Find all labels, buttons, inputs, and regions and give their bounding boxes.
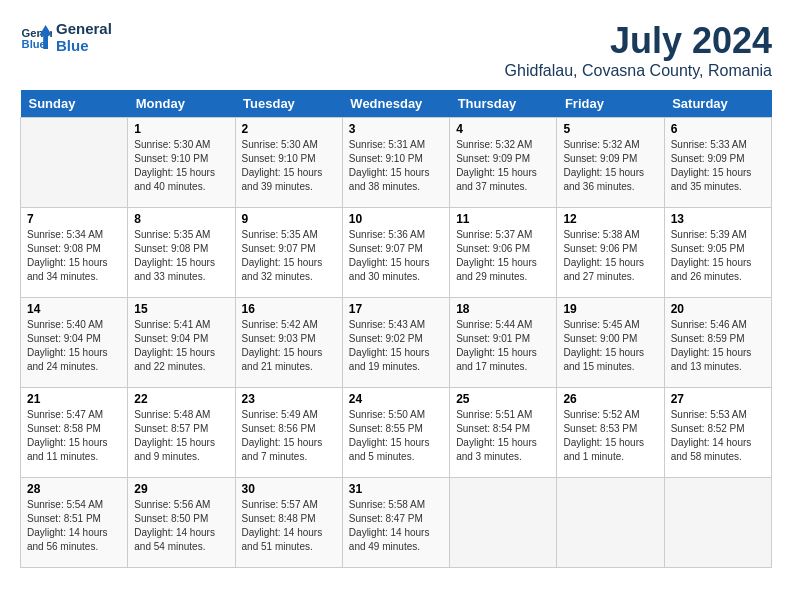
day-info: Sunrise: 5:54 AM Sunset: 8:51 PM Dayligh…: [27, 498, 121, 554]
calendar-cell: [557, 478, 664, 568]
calendar-cell: 15Sunrise: 5:41 AM Sunset: 9:04 PM Dayli…: [128, 298, 235, 388]
calendar-cell: 23Sunrise: 5:49 AM Sunset: 8:56 PM Dayli…: [235, 388, 342, 478]
day-number: 12: [563, 212, 657, 226]
day-number: 10: [349, 212, 443, 226]
day-number: 13: [671, 212, 765, 226]
day-number: 30: [242, 482, 336, 496]
calendar-cell: 28Sunrise: 5:54 AM Sunset: 8:51 PM Dayli…: [21, 478, 128, 568]
calendar-cell: 8Sunrise: 5:35 AM Sunset: 9:08 PM Daylig…: [128, 208, 235, 298]
day-number: 28: [27, 482, 121, 496]
day-number: 31: [349, 482, 443, 496]
day-info: Sunrise: 5:34 AM Sunset: 9:08 PM Dayligh…: [27, 228, 121, 284]
calendar-cell: 12Sunrise: 5:38 AM Sunset: 9:06 PM Dayli…: [557, 208, 664, 298]
day-number: 5: [563, 122, 657, 136]
logo: General Blue General Blue: [20, 20, 112, 54]
calendar-cell: 24Sunrise: 5:50 AM Sunset: 8:55 PM Dayli…: [342, 388, 449, 478]
day-info: Sunrise: 5:58 AM Sunset: 8:47 PM Dayligh…: [349, 498, 443, 554]
calendar-cell: 31Sunrise: 5:58 AM Sunset: 8:47 PM Dayli…: [342, 478, 449, 568]
week-row-4: 21Sunrise: 5:47 AM Sunset: 8:58 PM Dayli…: [21, 388, 772, 478]
day-number: 11: [456, 212, 550, 226]
calendar-cell: 2Sunrise: 5:30 AM Sunset: 9:10 PM Daylig…: [235, 118, 342, 208]
day-info: Sunrise: 5:53 AM Sunset: 8:52 PM Dayligh…: [671, 408, 765, 464]
calendar-cell: 3Sunrise: 5:31 AM Sunset: 9:10 PM Daylig…: [342, 118, 449, 208]
calendar-cell: 17Sunrise: 5:43 AM Sunset: 9:02 PM Dayli…: [342, 298, 449, 388]
calendar-cell: 10Sunrise: 5:36 AM Sunset: 9:07 PM Dayli…: [342, 208, 449, 298]
day-info: Sunrise: 5:44 AM Sunset: 9:01 PM Dayligh…: [456, 318, 550, 374]
day-info: Sunrise: 5:51 AM Sunset: 8:54 PM Dayligh…: [456, 408, 550, 464]
day-number: 29: [134, 482, 228, 496]
day-info: Sunrise: 5:38 AM Sunset: 9:06 PM Dayligh…: [563, 228, 657, 284]
day-info: Sunrise: 5:42 AM Sunset: 9:03 PM Dayligh…: [242, 318, 336, 374]
calendar-cell: 18Sunrise: 5:44 AM Sunset: 9:01 PM Dayli…: [450, 298, 557, 388]
calendar-cell: 22Sunrise: 5:48 AM Sunset: 8:57 PM Dayli…: [128, 388, 235, 478]
week-row-5: 28Sunrise: 5:54 AM Sunset: 8:51 PM Dayli…: [21, 478, 772, 568]
calendar-cell: 19Sunrise: 5:45 AM Sunset: 9:00 PM Dayli…: [557, 298, 664, 388]
header-friday: Friday: [557, 90, 664, 118]
day-number: 17: [349, 302, 443, 316]
calendar-cell: 13Sunrise: 5:39 AM Sunset: 9:05 PM Dayli…: [664, 208, 771, 298]
header-wednesday: Wednesday: [342, 90, 449, 118]
day-info: Sunrise: 5:30 AM Sunset: 9:10 PM Dayligh…: [134, 138, 228, 194]
calendar-cell: [21, 118, 128, 208]
header-saturday: Saturday: [664, 90, 771, 118]
week-row-2: 7Sunrise: 5:34 AM Sunset: 9:08 PM Daylig…: [21, 208, 772, 298]
calendar-cell: 9Sunrise: 5:35 AM Sunset: 9:07 PM Daylig…: [235, 208, 342, 298]
day-info: Sunrise: 5:36 AM Sunset: 9:07 PM Dayligh…: [349, 228, 443, 284]
day-info: Sunrise: 5:57 AM Sunset: 8:48 PM Dayligh…: [242, 498, 336, 554]
day-number: 3: [349, 122, 443, 136]
header-thursday: Thursday: [450, 90, 557, 118]
header-tuesday: Tuesday: [235, 90, 342, 118]
day-number: 2: [242, 122, 336, 136]
day-number: 6: [671, 122, 765, 136]
header-sunday: Sunday: [21, 90, 128, 118]
calendar-cell: 25Sunrise: 5:51 AM Sunset: 8:54 PM Dayli…: [450, 388, 557, 478]
day-info: Sunrise: 5:47 AM Sunset: 8:58 PM Dayligh…: [27, 408, 121, 464]
day-info: Sunrise: 5:49 AM Sunset: 8:56 PM Dayligh…: [242, 408, 336, 464]
day-number: 22: [134, 392, 228, 406]
calendar-cell: 27Sunrise: 5:53 AM Sunset: 8:52 PM Dayli…: [664, 388, 771, 478]
day-info: Sunrise: 5:56 AM Sunset: 8:50 PM Dayligh…: [134, 498, 228, 554]
day-info: Sunrise: 5:32 AM Sunset: 9:09 PM Dayligh…: [563, 138, 657, 194]
day-info: Sunrise: 5:41 AM Sunset: 9:04 PM Dayligh…: [134, 318, 228, 374]
calendar-cell: 30Sunrise: 5:57 AM Sunset: 8:48 PM Dayli…: [235, 478, 342, 568]
day-info: Sunrise: 5:30 AM Sunset: 9:10 PM Dayligh…: [242, 138, 336, 194]
calendar-cell: 29Sunrise: 5:56 AM Sunset: 8:50 PM Dayli…: [128, 478, 235, 568]
calendar-cell: 7Sunrise: 5:34 AM Sunset: 9:08 PM Daylig…: [21, 208, 128, 298]
day-number: 14: [27, 302, 121, 316]
day-number: 9: [242, 212, 336, 226]
calendar-cell: 1Sunrise: 5:30 AM Sunset: 9:10 PM Daylig…: [128, 118, 235, 208]
day-number: 16: [242, 302, 336, 316]
day-number: 24: [349, 392, 443, 406]
day-number: 20: [671, 302, 765, 316]
day-number: 4: [456, 122, 550, 136]
calendar-cell: 20Sunrise: 5:46 AM Sunset: 8:59 PM Dayli…: [664, 298, 771, 388]
day-number: 21: [27, 392, 121, 406]
day-info: Sunrise: 5:37 AM Sunset: 9:06 PM Dayligh…: [456, 228, 550, 284]
day-info: Sunrise: 5:46 AM Sunset: 8:59 PM Dayligh…: [671, 318, 765, 374]
logo-blue: Blue: [56, 37, 112, 54]
calendar-cell: 26Sunrise: 5:52 AM Sunset: 8:53 PM Dayli…: [557, 388, 664, 478]
day-number: 7: [27, 212, 121, 226]
day-number: 25: [456, 392, 550, 406]
week-row-1: 1Sunrise: 5:30 AM Sunset: 9:10 PM Daylig…: [21, 118, 772, 208]
calendar-cell: 6Sunrise: 5:33 AM Sunset: 9:09 PM Daylig…: [664, 118, 771, 208]
day-number: 1: [134, 122, 228, 136]
day-info: Sunrise: 5:39 AM Sunset: 9:05 PM Dayligh…: [671, 228, 765, 284]
calendar-cell: 16Sunrise: 5:42 AM Sunset: 9:03 PM Dayli…: [235, 298, 342, 388]
day-info: Sunrise: 5:45 AM Sunset: 9:00 PM Dayligh…: [563, 318, 657, 374]
calendar-cell: [450, 478, 557, 568]
calendar-table: SundayMondayTuesdayWednesdayThursdayFrid…: [20, 90, 772, 568]
calendar-cell: 4Sunrise: 5:32 AM Sunset: 9:09 PM Daylig…: [450, 118, 557, 208]
day-info: Sunrise: 5:32 AM Sunset: 9:09 PM Dayligh…: [456, 138, 550, 194]
day-info: Sunrise: 5:48 AM Sunset: 8:57 PM Dayligh…: [134, 408, 228, 464]
day-number: 26: [563, 392, 657, 406]
day-info: Sunrise: 5:50 AM Sunset: 8:55 PM Dayligh…: [349, 408, 443, 464]
header-monday: Monday: [128, 90, 235, 118]
svg-text:Blue: Blue: [22, 38, 46, 50]
calendar-header-row: SundayMondayTuesdayWednesdayThursdayFrid…: [21, 90, 772, 118]
title-area: July 2024 Ghidfalau, Covasna County, Rom…: [505, 20, 772, 80]
day-number: 23: [242, 392, 336, 406]
calendar-cell: 21Sunrise: 5:47 AM Sunset: 8:58 PM Dayli…: [21, 388, 128, 478]
day-info: Sunrise: 5:35 AM Sunset: 9:08 PM Dayligh…: [134, 228, 228, 284]
day-number: 8: [134, 212, 228, 226]
